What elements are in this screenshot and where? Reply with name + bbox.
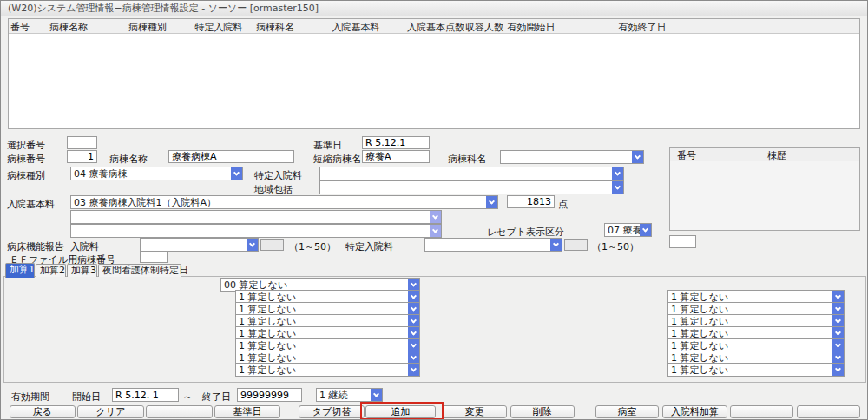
- chevron-down-icon[interactable]: [408, 315, 419, 327]
- chevron-down-icon[interactable]: [832, 327, 844, 339]
- chevron-down-icon[interactable]: [231, 167, 242, 180]
- ward-dept-label: 病棟科名: [448, 153, 486, 166]
- specific-fee-select[interactable]: [319, 167, 624, 180]
- history-column-number: 番号: [677, 149, 696, 162]
- addition-row-value: 1 算定しない: [236, 339, 408, 351]
- ward-name-label: 病棟名称: [109, 153, 148, 166]
- addition-row-value: 1 算定しない: [668, 327, 832, 339]
- tilde-separator: ～: [182, 390, 193, 404]
- building-history-table[interactable]: 番号 棟歴: [669, 147, 860, 231]
- receipt-display-select[interactable]: 07 療養: [604, 223, 652, 237]
- history-number-input[interactable]: [669, 235, 696, 248]
- chevron-down-icon[interactable]: [408, 291, 419, 303]
- ward-type-select[interactable]: 04 療養病棟: [70, 167, 243, 180]
- ward-list-header: 番号 病棟名称 病棟種別 特定入院料 病棟科名 入院基本料 入院基本点数 収容人…: [9, 19, 859, 34]
- room-button[interactable]: 病室: [595, 405, 659, 418]
- building-history-header: 番号 棟歴: [670, 148, 859, 161]
- base-date-button[interactable]: 基準日: [214, 405, 280, 418]
- addition-row-value: 1 算定しない: [668, 339, 832, 351]
- back-button[interactable]: 戻る: [10, 405, 76, 418]
- column-header-specific-fee: 特定入院料: [195, 21, 243, 34]
- tab-switch-button[interactable]: タブ切替: [299, 405, 365, 418]
- short-ward-name-input[interactable]: [362, 150, 430, 163]
- basic-fee-sub-select-1[interactable]: [70, 210, 442, 224]
- end-date-input[interactable]: [237, 388, 302, 402]
- column-header-ward-type: 病棟種別: [128, 21, 167, 34]
- chevron-down-icon[interactable]: [408, 279, 419, 291]
- basic-fee-select[interactable]: 03 療養病棟入院料1（入院料A）: [70, 195, 498, 209]
- app-window: (W20)システム管理情報−病棟管理情報設定 - ソーソー [ormaster1…: [0, 0, 868, 420]
- chevron-down-icon[interactable]: [408, 339, 419, 351]
- blank-button-1[interactable]: [146, 405, 213, 418]
- column-header-capacity: 収容人数: [465, 21, 503, 34]
- ef-file-ward-number-input[interactable]: [140, 251, 168, 263]
- addition-row-value: 1 算定しない: [668, 351, 832, 364]
- chevron-down-icon[interactable]: [408, 303, 419, 315]
- addition-row-value: 1 算定しない: [236, 327, 408, 339]
- column-header-basic-points: 入院基本点数: [407, 21, 464, 34]
- receipt-display-label: レセプト表示区分: [487, 226, 564, 239]
- continue-value: 1 継続: [317, 389, 371, 401]
- basic-points-input[interactable]: [507, 195, 555, 208]
- ward-type-label: 病棟種別: [7, 169, 45, 182]
- continue-select[interactable]: 1 継続: [316, 388, 383, 402]
- tab-kasan2[interactable]: 加算2: [36, 264, 66, 277]
- tab-kasan3[interactable]: 加算3: [67, 264, 97, 277]
- delete-button[interactable]: 削除: [510, 405, 575, 418]
- addition-row-value: 00 算定しない: [221, 279, 408, 291]
- chevron-down-icon[interactable]: [612, 167, 623, 180]
- tab-night-nursing[interactable]: 夜間看護体制特定日: [98, 264, 181, 277]
- base-date-input[interactable]: [362, 136, 430, 149]
- chevron-down-icon[interactable]: [832, 291, 844, 303]
- bed-function-fee-select[interactable]: [140, 238, 259, 252]
- change-button[interactable]: 変更: [442, 405, 507, 418]
- chevron-down-icon[interactable]: [430, 225, 441, 237]
- chevron-down-icon[interactable]: [408, 351, 419, 364]
- start-date-input[interactable]: [112, 388, 179, 402]
- bed-function-fee-value: [141, 239, 247, 251]
- start-date-label: 開始日: [72, 390, 101, 404]
- tab-kasan1[interactable]: 加算1: [5, 263, 35, 278]
- chevron-down-icon[interactable]: [640, 224, 651, 236]
- ward-list-table[interactable]: 番号 病棟名称 病棟種別 特定入院料 病棟科名 入院基本料 入院基本点数 収容人…: [8, 18, 860, 129]
- column-header-basic-fee: 入院基本料: [332, 21, 380, 34]
- ward-number-input[interactable]: [67, 150, 97, 163]
- chevron-down-icon[interactable]: [832, 303, 844, 315]
- admission-addition-button[interactable]: 入院料加算: [662, 405, 727, 418]
- window-title: (W20)システム管理情報−病棟管理情報設定 - ソーソー [ormaster1…: [8, 3, 319, 14]
- chevron-down-icon[interactable]: [832, 315, 844, 327]
- regional-package-select[interactable]: [319, 180, 624, 194]
- specific-fee-label: 特定入院料: [254, 169, 302, 182]
- bed-function-specific-select[interactable]: [424, 238, 562, 252]
- chevron-down-icon[interactable]: [371, 389, 382, 401]
- chevron-down-icon[interactable]: [832, 351, 844, 364]
- chevron-down-icon[interactable]: [247, 239, 258, 251]
- select-number-input[interactable]: [67, 136, 97, 149]
- column-header-start-date: 有効開始日: [508, 21, 556, 34]
- admission-fee-label: 入院料: [70, 240, 99, 253]
- addition-row-value: 1 算定しない: [668, 315, 832, 327]
- chevron-down-icon[interactable]: [550, 239, 562, 251]
- chevron-down-icon[interactable]: [632, 151, 643, 163]
- basic-fee-sub-value-1: [71, 211, 430, 223]
- basic-fee-sub-value-2: [71, 225, 430, 237]
- blank-button-2[interactable]: [730, 405, 793, 418]
- ward-name-input[interactable]: [168, 150, 294, 163]
- ward-dept-select[interactable]: [500, 150, 644, 164]
- chevron-down-icon[interactable]: [408, 327, 419, 339]
- addition-row-select[interactable]: 1 算定しない: [235, 363, 420, 377]
- basic-fee-sub-select-2[interactable]: [70, 224, 442, 238]
- blank-button-3[interactable]: [797, 405, 860, 418]
- chevron-down-icon[interactable]: [486, 196, 497, 208]
- chevron-down-icon[interactable]: [612, 181, 623, 194]
- bed-function-label: 病床機能報告: [7, 240, 64, 253]
- addition-row-select[interactable]: 1 算定しない: [667, 363, 845, 377]
- chevron-down-icon[interactable]: [430, 211, 441, 223]
- ward-type-value: 04 療養病棟: [71, 167, 231, 180]
- range1-label: （1～50） 特定入院料: [289, 240, 393, 253]
- bed-function-specific-value: [425, 239, 550, 251]
- chevron-down-icon[interactable]: [832, 339, 844, 351]
- clear-button[interactable]: クリア: [77, 405, 144, 418]
- chevron-down-icon[interactable]: [408, 364, 419, 376]
- chevron-down-icon[interactable]: [832, 364, 844, 376]
